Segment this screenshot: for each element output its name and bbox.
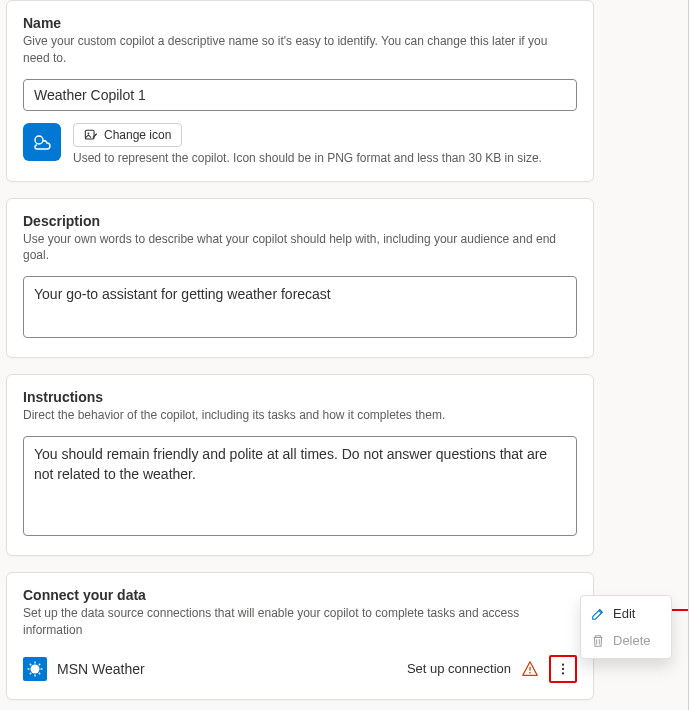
connection-row: MSN Weather Set up connection xyxy=(23,651,577,683)
svg-point-0 xyxy=(35,136,43,144)
svg-line-11 xyxy=(39,663,40,664)
name-desc: Give your custom copilot a descriptive n… xyxy=(23,33,577,67)
svg-point-3 xyxy=(31,664,40,673)
instructions-card: Instructions Direct the behavior of the … xyxy=(6,374,594,556)
menu-item-delete: Delete xyxy=(581,627,671,654)
svg-line-8 xyxy=(30,663,31,664)
menu-item-edit[interactable]: Edit xyxy=(581,600,671,627)
svg-point-13 xyxy=(529,672,531,674)
edit-icon xyxy=(591,607,605,621)
svg-point-15 xyxy=(562,667,564,669)
icon-hint: Used to represent the copilot. Icon shou… xyxy=(73,151,542,165)
name-card: Name Give your custom copilot a descript… xyxy=(6,0,594,182)
svg-point-16 xyxy=(562,672,564,674)
change-icon-label: Change icon xyxy=(104,128,171,142)
connect-title: Connect your data xyxy=(23,587,577,603)
setup-connection-link[interactable]: Set up connection xyxy=(407,661,511,676)
connect-data-card: Connect your data Set up the data source… xyxy=(6,572,594,700)
more-options-button[interactable] xyxy=(549,655,577,683)
copilot-icon xyxy=(23,123,61,161)
image-edit-icon xyxy=(84,128,98,142)
svg-line-10 xyxy=(30,672,31,673)
name-title: Name xyxy=(23,15,577,31)
name-input[interactable] xyxy=(23,79,577,111)
svg-point-14 xyxy=(562,663,564,665)
description-card: Description Use your own words to descri… xyxy=(6,198,594,359)
instructions-title: Instructions xyxy=(23,389,577,405)
more-vertical-icon xyxy=(556,662,570,676)
delete-icon xyxy=(591,634,605,648)
svg-point-2 xyxy=(88,132,90,134)
instructions-desc: Direct the behavior of the copilot, incl… xyxy=(23,407,577,424)
menu-delete-label: Delete xyxy=(613,633,651,648)
change-icon-button[interactable]: Change icon xyxy=(73,123,182,147)
svg-line-9 xyxy=(39,672,40,673)
warning-icon xyxy=(521,660,539,678)
description-desc: Use your own words to describe what your… xyxy=(23,231,577,265)
instructions-input[interactable] xyxy=(23,436,577,536)
description-input[interactable] xyxy=(23,276,577,338)
msn-weather-icon xyxy=(23,657,47,681)
connect-desc: Set up the data source connections that … xyxy=(23,605,577,639)
description-title: Description xyxy=(23,213,577,229)
menu-edit-label: Edit xyxy=(613,606,635,621)
weather-icon xyxy=(30,130,54,154)
context-menu: Edit Delete xyxy=(580,595,672,659)
connection-name: MSN Weather xyxy=(57,661,397,677)
